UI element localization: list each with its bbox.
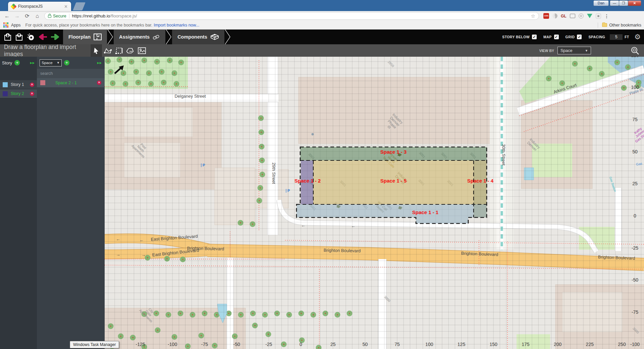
taskbar-tooltip: Windows Task Manager [70,341,119,348]
add-story-button[interactable]: + [14,60,20,65]
gear-icon[interactable]: ⚙ [634,33,641,41]
y-axis-tick: -25 [632,245,638,251]
x-axis-tick: 50 [363,342,368,347]
cast-icon[interactable] [570,14,575,18]
home-button[interactable]: ⌂ [33,13,41,19]
spacing-label: SPACING [588,35,605,39]
extension-square-icon[interactable] [596,13,601,19]
space-label: Space 1 - 2 [294,178,321,184]
redo-button[interactable] [51,34,59,40]
chevron-down-icon: ▼ [57,61,60,64]
reload-button[interactable]: ⟳ [23,13,31,19]
image-tool-button[interactable] [136,44,148,57]
y-axis-tick: -75 [632,309,638,315]
grid-checkbox[interactable]: ✓ [577,35,582,39]
app-toolbar: Floorplan Assignments Components STORY B… [0,30,644,44]
tab-components[interactable]: Components [172,30,224,44]
x-axis-tick: -50 [233,342,240,347]
bug-icon[interactable] [27,33,35,41]
tab-floorplan[interactable]: Floorplan [63,30,107,44]
lane-arrow: ← [140,238,144,243]
story-color-swatch [3,91,8,96]
map-street-label: 30th Street [501,144,506,165]
open-floorplan-button[interactable] [15,33,23,41]
grid-toggle[interactable]: GRID ✓ [566,35,582,39]
browser-menu-icon[interactable]: ⋮ [604,13,609,19]
back-button[interactable]: ← [3,13,11,19]
other-bookmarks-button[interactable]: Other bookmarks [609,23,641,28]
space-label: Space 1 - 5 [380,178,407,184]
save-floorplan-button[interactable] [4,33,11,41]
close-button[interactable]: ✕ [628,0,641,6]
x-axis-tick: 250 [618,342,626,347]
new-tab-button[interactable] [73,2,86,10]
url-host: https://nrel.github.io [72,13,110,18]
entity-type-select[interactable]: Space ▼ [40,59,62,66]
story-list-item[interactable]: Story 2 ✕ [0,89,37,98]
folder-icon [602,23,607,27]
x-axis-tick: -75 [201,342,208,347]
delete-story-button[interactable]: ✕ [30,92,34,96]
lane-arrow: ← [116,237,120,242]
parking-icon: P [203,163,205,167]
rectangle-tool-button[interactable] [113,44,125,57]
story-below-toggle[interactable]: STORY BELOW ✓ [502,35,537,39]
space-panel: Space ▼ + ▶▶ Space 2 - 1 ✕ [37,57,105,349]
apps-grid-icon[interactable] [3,22,8,28]
y-axis-tick: 0 [634,213,636,218]
space-list-item[interactable]: Space 2 - 1 ✕ [37,78,105,87]
space-label: Space 1 - 3 [380,149,407,155]
chevron-separator [165,30,172,44]
y-axis-tick: 50 [632,149,638,154]
polygon-tool-button[interactable] [102,44,113,57]
parking-icon: P [287,189,290,193]
lane-arrow: → [116,252,120,257]
bookmarks-hint: For quick access, place your bookmarks h… [25,23,153,28]
extension-circle-icon[interactable] [552,13,557,18]
vue-devtools-icon[interactable] [587,14,592,18]
import-bookmarks-link[interactable]: Import bookmarks now... [154,23,199,28]
story-name: Story 2 [11,91,24,96]
address-bar[interactable]: Secure https://nrel.github.io /floorspac… [44,12,539,20]
map-toggle[interactable]: MAP ✓ [543,35,559,39]
window-titlebar: FloorspaceJS ✕ Dan — ❐ ✕ [0,0,644,11]
maximize-button[interactable]: ❐ [619,0,628,6]
floorplan-icon [94,34,102,40]
map-checkbox[interactable]: ✓ [554,35,559,39]
search-input[interactable] [40,71,101,76]
forward-button[interactable]: → [13,13,21,19]
bookmark-star-icon[interactable]: ☆ [531,13,535,19]
gl-extension-icon[interactable]: GL [561,14,567,18]
story-below-checkbox[interactable]: ✓ [532,35,537,39]
x-axis-tick: 175 [522,342,530,347]
expand-spaces-icon[interactable]: ▶▶ [97,61,102,64]
spacing-input[interactable] [610,34,623,40]
chevron-down-icon: ▼ [585,49,588,52]
eraser-tool-button[interactable] [125,44,136,57]
tab-title: FloorspaceJS [18,4,63,9]
space-label: Space 1 - 1 [412,209,438,215]
delete-space-button[interactable]: ✕ [97,81,101,85]
map-street-label: Delganey Street [174,94,206,99]
delete-story-button[interactable]: ✕ [30,83,34,87]
select-tool-button[interactable] [91,44,102,57]
add-space-button[interactable]: + [64,60,69,65]
cors-extension-icon[interactable]: CORS [543,13,549,19]
view-by-select[interactable]: Space ▼ [557,47,591,54]
map-canvas[interactable]: ←←→→←←Delganey Street29th Street30th Str… [105,57,644,349]
x-axis-tick: -125 [136,342,145,347]
profile-button[interactable]: Dan [593,0,609,6]
undo-button[interactable] [39,34,47,40]
zoom-fit-icon[interactable] [631,46,639,55]
map-dot [312,133,314,136]
tab-close-icon[interactable]: ✕ [63,4,68,9]
apps-label[interactable]: Apps [11,23,21,28]
ublock-extension-icon[interactable]: U [579,13,584,18]
spacing-unit: FT [625,35,629,39]
story-list-item[interactable]: Story 1 ✕ [0,80,37,89]
y-axis-tick: 100 [631,85,639,90]
minimize-button[interactable]: — [610,0,619,6]
tab-assignments[interactable]: Assignments [114,30,165,44]
browser-tab[interactable]: FloorspaceJS ✕ [8,2,71,11]
expand-stories-icon[interactable]: ▶▶ [30,61,35,64]
